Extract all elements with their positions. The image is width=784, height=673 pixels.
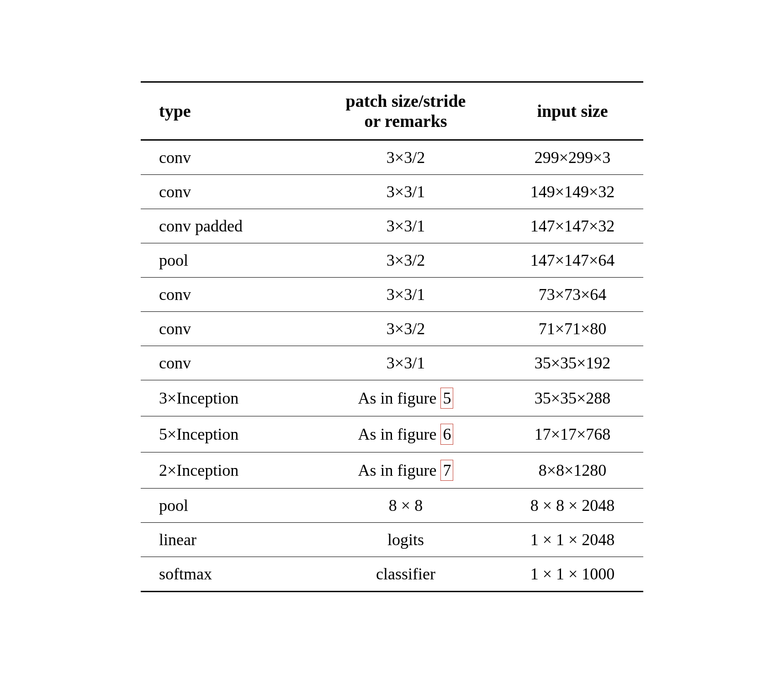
cell-input: 17×17×768 <box>502 416 643 452</box>
cell-patch: 8 × 8 <box>310 488 502 522</box>
table-row: conv padded3×3/1147×147×32 <box>141 209 643 243</box>
table-row: conv3×3/135×35×192 <box>141 346 643 380</box>
cell-patch: 3×3/1 <box>310 346 502 380</box>
cell-patch: 3×3/2 <box>310 311 502 346</box>
cell-type: pool <box>141 488 310 522</box>
table-row: 5×InceptionAs in figure 617×17×768 <box>141 416 643 452</box>
cell-type: pool <box>141 243 310 277</box>
header-input-label: input size <box>537 101 608 121</box>
cell-patch: 3×3/2 <box>310 243 502 277</box>
cell-patch: 3×3/2 <box>310 140 502 174</box>
cell-patch: classifier <box>310 557 502 591</box>
cell-patch: As in figure 6 <box>310 416 502 452</box>
cell-type: conv <box>141 277 310 311</box>
header-patch-label: patch size/stride <box>346 91 466 110</box>
table-row: conv3×3/2299×299×3 <box>141 140 643 174</box>
col-header-type: type <box>141 82 310 140</box>
cell-input: 299×299×3 <box>502 140 643 174</box>
table-row: 3×InceptionAs in figure 535×35×288 <box>141 380 643 416</box>
page-container: type patch size/stride or remarks input … <box>0 0 784 673</box>
header-type-label: type <box>159 101 191 121</box>
cell-input: 8 × 8 × 2048 <box>502 488 643 522</box>
cell-type: 3×Inception <box>141 380 310 416</box>
cell-type: conv <box>141 346 310 380</box>
cell-input: 71×71×80 <box>502 311 643 346</box>
cell-type: linear <box>141 522 310 557</box>
cell-input: 35×35×192 <box>502 346 643 380</box>
cell-input: 35×35×288 <box>502 380 643 416</box>
col-header-input: input size <box>502 82 643 140</box>
architecture-table: type patch size/stride or remarks input … <box>141 81 643 592</box>
cell-patch: 3×3/1 <box>310 277 502 311</box>
cell-input: 1 × 1 × 2048 <box>502 522 643 557</box>
cell-patch: 3×3/1 <box>310 209 502 243</box>
cell-patch: logits <box>310 522 502 557</box>
table-row: pool8 × 88 × 8 × 2048 <box>141 488 643 522</box>
header-patch-sub: or remarks <box>364 111 447 131</box>
table-row: conv3×3/1149×149×32 <box>141 174 643 209</box>
table-row: conv3×3/271×71×80 <box>141 311 643 346</box>
table-row: softmaxclassifier1 × 1 × 1000 <box>141 557 643 591</box>
cell-type: conv padded <box>141 209 310 243</box>
figure-reference: 5 <box>440 388 453 409</box>
cell-type: conv <box>141 174 310 209</box>
cell-input: 147×147×64 <box>502 243 643 277</box>
cell-input: 1 × 1 × 1000 <box>502 557 643 591</box>
cell-input: 8×8×1280 <box>502 452 643 488</box>
table-row: pool3×3/2147×147×64 <box>141 243 643 277</box>
cell-type: conv <box>141 140 310 174</box>
table-row: 2×InceptionAs in figure 78×8×1280 <box>141 452 643 488</box>
cell-patch: As in figure 7 <box>310 452 502 488</box>
cell-input: 149×149×32 <box>502 174 643 209</box>
cell-patch: As in figure 5 <box>310 380 502 416</box>
cell-input: 73×73×64 <box>502 277 643 311</box>
cell-type: softmax <box>141 557 310 591</box>
table-row: conv3×3/173×73×64 <box>141 277 643 311</box>
table-row: linearlogits1 × 1 × 2048 <box>141 522 643 557</box>
cell-patch: 3×3/1 <box>310 174 502 209</box>
header-row: type patch size/stride or remarks input … <box>141 82 643 140</box>
figure-reference: 6 <box>440 424 453 445</box>
col-header-patch: patch size/stride or remarks <box>310 82 502 140</box>
cell-type: conv <box>141 311 310 346</box>
figure-reference: 7 <box>440 460 453 481</box>
cell-input: 147×147×32 <box>502 209 643 243</box>
cell-type: 5×Inception <box>141 416 310 452</box>
cell-type: 2×Inception <box>141 452 310 488</box>
